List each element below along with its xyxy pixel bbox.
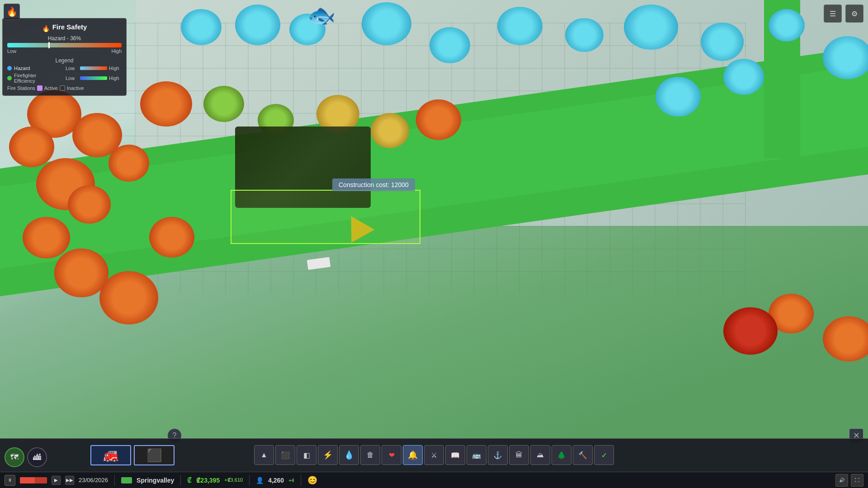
- audio-button[interactable]: 🔊: [835, 474, 848, 487]
- audio-icon: 🔊: [839, 478, 844, 483]
- speed-1-button[interactable]: ▶: [52, 476, 61, 485]
- landscape-tool-btn[interactable]: ⛰: [530, 445, 550, 465]
- hazard-legend-label: Hazard: [14, 66, 30, 71]
- building-thumb-station[interactable]: ⬛: [134, 445, 175, 465]
- monument-tool-btn[interactable]: 🏛: [509, 445, 529, 465]
- happiness-icon: 😊: [307, 475, 317, 485]
- construction-tooltip: Construction cost: 12000: [332, 178, 415, 191]
- pause-icon: ⏸: [8, 478, 12, 483]
- money-delta: +₡3,610: [224, 477, 243, 483]
- map-nav-btn[interactable]: 🗺: [5, 447, 24, 467]
- population-icon: 👤: [256, 477, 264, 484]
- fire-safety-title: Fire Safety: [52, 23, 87, 31]
- city-info-nav-btn[interactable]: 🏙: [27, 447, 47, 467]
- zone-tool-btn[interactable]: ⬛: [275, 445, 295, 465]
- speed-2-button[interactable]: ▶▶: [65, 476, 74, 485]
- speed2-icon: ▶▶: [66, 478, 73, 483]
- ff-low: Low: [66, 75, 78, 81]
- population-count: 4,260: [268, 477, 284, 484]
- fire-stations-label: Fire Stations: [7, 85, 35, 91]
- money-amount: ₡23,395: [196, 477, 220, 484]
- firefighter-efficiency-label: Efficiency: [14, 78, 37, 84]
- tree-tool-btn[interactable]: 🌲: [552, 445, 571, 465]
- game-date: 23/06/2026: [79, 477, 108, 483]
- city-icon: 🏙: [33, 453, 41, 462]
- firefighter-legend-label: Firefighter: [14, 73, 37, 78]
- fullscreen-icon: ⛶: [855, 478, 859, 483]
- hazard-high-label: High: [111, 48, 122, 54]
- hazard-high: High: [109, 66, 122, 71]
- garbage-tool-btn[interactable]: 🗑: [360, 445, 380, 465]
- mascot: 🐟: [307, 2, 335, 28]
- water-tool-btn[interactable]: 💧: [339, 445, 359, 465]
- left-nav: 🗺 🏙: [5, 447, 47, 470]
- power-tool-btn[interactable]: ⚡: [318, 445, 338, 465]
- placement-outline: [231, 190, 420, 244]
- population-indicator: [121, 477, 132, 483]
- inactive-station-label: Inactive: [67, 85, 84, 91]
- ff-high: High: [109, 75, 122, 81]
- road-tool-btn[interactable]: ▲: [254, 445, 274, 465]
- population-delta: +4: [288, 478, 294, 483]
- fire-panel-icon: 🔥: [42, 25, 50, 32]
- fire-tool-btn[interactable]: 🔔: [403, 445, 423, 465]
- fire-icon-button[interactable]: 🔥: [4, 4, 20, 20]
- settings-icon: ⚙: [851, 9, 858, 18]
- inactive-station-dot: [60, 85, 65, 91]
- top-right-icons: ☰ ⚙: [824, 5, 863, 23]
- building-thumb-firetruck[interactable]: 🚒: [90, 445, 131, 465]
- fire-icon: 🔥: [6, 6, 18, 17]
- game-viewport: Construction cost: 12000 🐟: [0, 0, 868, 488]
- legend-title: Legend: [7, 57, 122, 64]
- transport-tool-btn[interactable]: 🚌: [467, 445, 486, 465]
- hazard-bar: [7, 43, 122, 47]
- fullscreen-button[interactable]: ⛶: [851, 474, 863, 487]
- hazard-label: Hazard - 36%: [7, 35, 122, 42]
- status-bar: ⏸ ▶ ▶▶ 23/06/2026 Springvalley ₡ ₡23,395…: [0, 472, 868, 488]
- health-tool-btn[interactable]: ❤: [382, 445, 401, 465]
- unique-tool-btn[interactable]: ⚓: [488, 445, 508, 465]
- active-station-label: Active: [44, 85, 58, 91]
- map-icon: 🗺: [10, 453, 19, 462]
- bulldoze-tool-btn[interactable]: 🔨: [573, 445, 593, 465]
- speed1-icon: ▶: [54, 478, 58, 483]
- settings-button[interactable]: ⚙: [845, 5, 863, 23]
- menu-button[interactable]: ☰: [824, 5, 842, 23]
- district-tool-btn[interactable]: ◧: [297, 445, 316, 465]
- time-progress-bar: [20, 477, 47, 483]
- hazard-low-label: Low: [7, 48, 16, 54]
- city-name: Springvalley: [137, 477, 174, 484]
- fire-safety-panel: 🔥 Fire Safety Hazard - 36% Low High Lege…: [2, 18, 127, 96]
- confirm-tool-btn[interactable]: ✓: [594, 445, 614, 465]
- education-tool-btn[interactable]: 📖: [445, 445, 465, 465]
- police-tool-btn[interactable]: ⚔: [424, 445, 444, 465]
- money-icon: ₡: [187, 476, 192, 484]
- menu-icon: ☰: [830, 9, 836, 18]
- pause-button[interactable]: ⏸: [5, 475, 15, 486]
- hazard-low: Low: [66, 66, 78, 71]
- active-station-dot: [37, 85, 42, 91]
